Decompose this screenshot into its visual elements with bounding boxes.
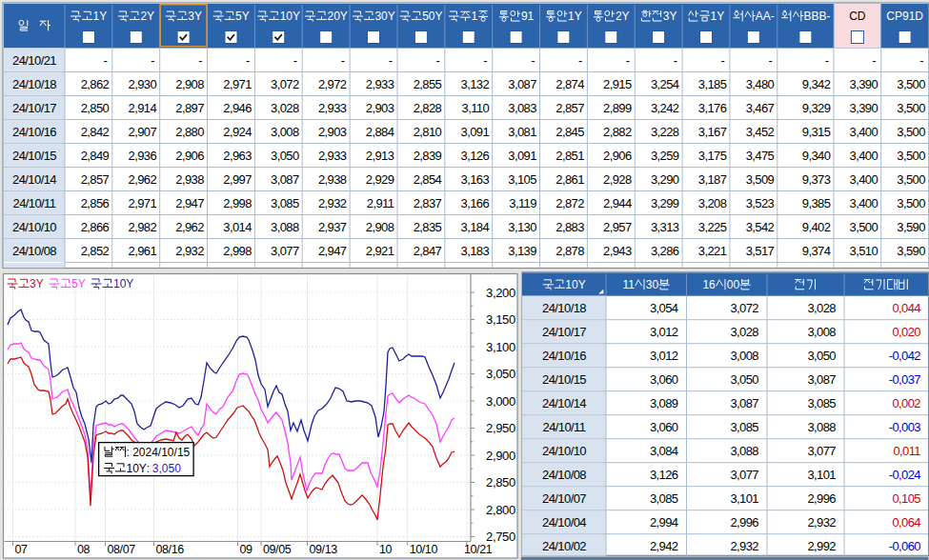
svg-text:00: 00 [727, 278, 740, 291]
svg-text:2,933: 2,933 [318, 149, 347, 163]
svg-text:2,924: 2,924 [223, 125, 252, 139]
svg-text:2,837: 2,837 [414, 196, 442, 210]
svg-text:3,390: 3,390 [850, 101, 879, 115]
svg-text:2,852: 2,852 [81, 244, 110, 258]
svg-text:2,933: 2,933 [318, 101, 347, 115]
svg-text:3,313: 3,313 [651, 220, 679, 234]
svg-text:3,187: 3,187 [698, 172, 727, 187]
svg-text:1Y: 1Y [711, 10, 725, 23]
svg-text:3Y: 3Y [663, 10, 677, 23]
svg-text:3,225: 3,225 [698, 220, 727, 234]
svg-text:2,899: 2,899 [603, 101, 632, 115]
svg-text:-0,024: -0,024 [889, 468, 921, 482]
svg-text:2,906: 2,906 [603, 149, 632, 163]
svg-text:24/10/02: 24/10/02 [542, 539, 586, 553]
svg-text:3,091: 3,091 [461, 125, 490, 139]
svg-text:3,517: 3,517 [746, 244, 775, 258]
svg-text:3,242: 3,242 [651, 101, 679, 115]
svg-text:3,400: 3,400 [850, 196, 879, 210]
svg-text:3,088: 3,088 [730, 444, 758, 458]
svg-text:2,866: 2,866 [81, 220, 110, 234]
svg-text:10: 10 [379, 543, 393, 556]
svg-text:3,475: 3,475 [746, 149, 775, 163]
svg-text:: 2024/10/15: : 2024/10/15 [127, 446, 191, 459]
svg-text:2Y: 2Y [616, 10, 630, 23]
svg-text:3,088: 3,088 [271, 220, 299, 234]
svg-text:3,089: 3,089 [650, 396, 678, 410]
svg-text:24/10/10: 24/10/10 [12, 220, 56, 234]
svg-text:2,900: 2,900 [486, 449, 515, 463]
svg-text:-: - [435, 53, 439, 68]
svg-text:2,907: 2,907 [129, 125, 157, 139]
svg-text:24/10/21: 24/10/21 [12, 53, 56, 68]
svg-text:3,028: 3,028 [730, 325, 758, 339]
svg-text:2,933: 2,933 [366, 77, 394, 91]
svg-text:3,130: 3,130 [508, 220, 536, 234]
svg-text:3,467: 3,467 [746, 101, 775, 115]
svg-text:1Y: 1Y [568, 10, 582, 23]
svg-text:2,882: 2,882 [603, 125, 632, 139]
svg-text:3,084: 3,084 [650, 444, 678, 458]
svg-text:3,077: 3,077 [807, 444, 836, 458]
svg-text:2,992: 2,992 [807, 539, 836, 553]
svg-text:2,847: 2,847 [414, 244, 442, 258]
svg-text:3,054: 3,054 [650, 301, 678, 315]
svg-text:-: - [825, 53, 829, 68]
svg-text:24/10/11: 24/10/11 [543, 420, 586, 434]
svg-text:0,044: 0,044 [892, 301, 920, 315]
svg-text:2,842: 2,842 [81, 125, 110, 139]
svg-text:10/21: 10/21 [464, 543, 493, 556]
svg-text:2,861: 2,861 [555, 172, 584, 187]
svg-text:9,340: 9,340 [802, 149, 831, 163]
svg-text:24/10/17: 24/10/17 [542, 325, 586, 339]
svg-text:3,167: 3,167 [698, 125, 727, 139]
svg-text:2,914: 2,914 [129, 101, 157, 115]
svg-text:3,500: 3,500 [897, 101, 925, 115]
svg-text:9,385: 9,385 [802, 196, 831, 210]
svg-text:3,077: 3,077 [730, 468, 758, 482]
svg-text:3,083: 3,083 [508, 101, 536, 115]
svg-text:3,400: 3,400 [850, 149, 879, 163]
svg-text:2,996: 2,996 [807, 491, 836, 506]
svg-text:2,854: 2,854 [414, 172, 442, 187]
svg-text:3,254: 3,254 [651, 77, 679, 91]
svg-text:3,088: 3,088 [807, 420, 836, 434]
svg-text:24/10/17: 24/10/17 [12, 101, 56, 115]
svg-text:3,590: 3,590 [897, 244, 925, 258]
svg-text:10Y: 10Y [565, 278, 585, 291]
svg-text:24/10/14: 24/10/14 [12, 172, 56, 187]
svg-text:3,101: 3,101 [807, 468, 836, 482]
svg-text:2,932: 2,932 [807, 515, 836, 530]
svg-text:2,998: 2,998 [223, 244, 252, 258]
svg-text:3,166: 3,166 [461, 196, 490, 210]
svg-text:3Y: 3Y [30, 277, 44, 290]
svg-text:30: 30 [646, 278, 659, 291]
svg-text:3,542: 3,542 [746, 220, 775, 234]
svg-text:2,849: 2,849 [81, 149, 110, 163]
svg-text:3,452: 3,452 [746, 125, 775, 139]
svg-text:2,937: 2,937 [318, 220, 347, 234]
svg-text:2,878: 2,878 [555, 244, 584, 258]
svg-text:3,132: 3,132 [461, 77, 490, 91]
svg-text:2,944: 2,944 [603, 196, 632, 210]
svg-text:CP91D: CP91D [886, 10, 923, 23]
svg-text:-: - [103, 53, 107, 68]
svg-text:CD: CD [849, 10, 866, 23]
svg-text:11: 11 [622, 278, 635, 291]
svg-text:2,938: 2,938 [175, 172, 204, 187]
svg-text:3,510: 3,510 [850, 244, 879, 258]
svg-text:3,200: 3,200 [486, 286, 515, 300]
svg-text:2,943: 2,943 [603, 244, 632, 258]
svg-text:3,091: 3,091 [508, 149, 536, 163]
svg-text:9,373: 9,373 [802, 172, 831, 187]
svg-text:3,228: 3,228 [651, 125, 679, 139]
svg-text:3,290: 3,290 [651, 172, 679, 187]
svg-text:24/10/16: 24/10/16 [12, 125, 56, 139]
svg-text:3,500: 3,500 [897, 125, 925, 139]
svg-text:9,342: 9,342 [802, 77, 831, 91]
svg-text:2,971: 2,971 [129, 196, 157, 210]
svg-text:3,163: 3,163 [461, 172, 490, 187]
svg-text:0,002: 0,002 [892, 396, 920, 410]
svg-text:24/10/08: 24/10/08 [542, 468, 586, 482]
svg-text:1Y: 1Y [93, 10, 108, 23]
